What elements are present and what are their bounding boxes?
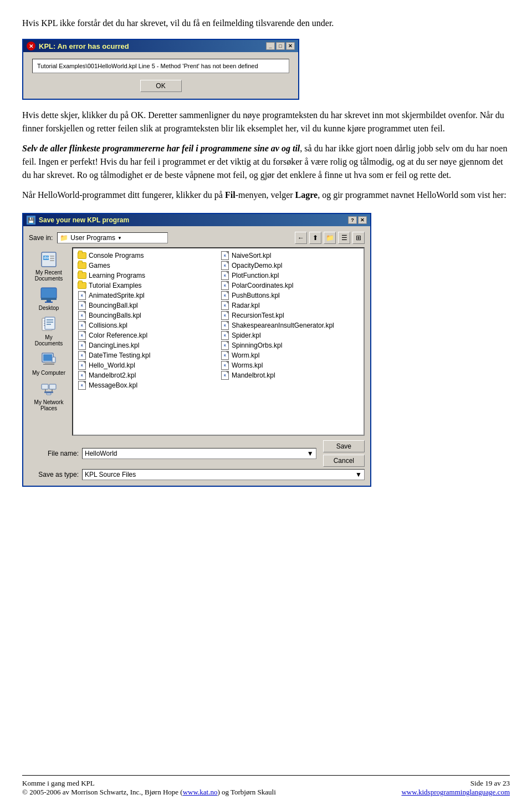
filename-input-wrapper[interactable]: HelloWorld ▼ [82,448,316,459]
svg-rect-22 [43,364,54,365]
file-opacitydemo[interactable]: K OpacityDemo.kpl [218,261,361,271]
kpl-icon: K [221,261,229,270]
save-button[interactable]: Save [323,440,365,452]
save-close-btn[interactable]: ✕ [358,216,367,224]
sidebar-item-desktop[interactable]: Desktop [31,285,66,312]
cancel-button[interactable]: Cancel [323,455,365,467]
save-dialog-icon: 💾 [27,216,35,225]
save-body: Save in: 📁 User Programs ▼ ← ⬆ 📁 ☰ ⊞ [23,226,370,486]
file-worm[interactable]: K Worm.kpl [218,350,361,360]
paragraph-1: Hvis KPL ikke forstår det du har skrevet… [22,17,510,30]
folder-icon [78,261,86,270]
save-dialog: 💾 Save your new KPL program ? ✕ Save in:… [22,213,371,487]
footer-left: Komme i gang med KPL © 2005-2006 av Morr… [22,779,276,797]
file-mandelbrot2[interactable]: K Mandelbrot2.kpl [75,370,218,380]
filename-label: File name: [29,450,79,457]
network-icon [40,380,58,398]
savetype-dropdown[interactable]: KPL Source Files ▼ [82,469,365,480]
kpl-icon: K [78,351,86,360]
savetype-row: Save as type: KPL Source Files ▼ [29,469,365,480]
sidebar-item-documents[interactable]: My Documents [31,314,66,348]
folder-icon [78,251,86,260]
kpl-icon: K [221,251,229,260]
kpl-icon: K [221,271,229,280]
save-buttons: Save Cancel [323,440,365,467]
svg-rect-6 [50,260,54,261]
paragraph-3: Selv de aller flinkeste programmererne h… [22,142,510,182]
kpl-icon: K [78,321,86,330]
kpl-icon: K [78,311,86,320]
kpl-icon: K [78,361,86,370]
computer-icon [40,351,58,369]
file-bouncingballs[interactable]: K BouncingBalls.kpl [75,310,218,320]
folder-console[interactable]: Console Programs [75,251,218,261]
error-maximize-btn[interactable]: □ [276,42,285,50]
nav-up-btn[interactable]: ⬆ [309,232,321,244]
nav-back-btn[interactable]: ← [295,232,307,244]
footer-kpl-link[interactable]: www.kidsprogramminglanguage.com [401,788,510,796]
file-animatedsprite[interactable]: K AnimatedSprite.kpl [75,291,218,300]
svg-rect-26 [49,384,56,389]
file-messagebox[interactable]: K MessageBox.kpl [75,380,218,390]
save-in-arrow: ▼ [117,236,122,241]
file-radar[interactable]: K Radar.kpl [218,300,361,310]
footer-kat-link[interactable]: www.kat.no [183,788,218,796]
kpl-icon: K [221,281,229,290]
documents-icon [40,315,58,333]
kpl-icon: K [221,351,229,360]
file-collisions[interactable]: K Collisions.kpl [75,320,218,330]
file-worms[interactable]: K Worms.kpl [218,360,361,370]
footer-copyright: © 2005-2006 av Morrison Schwartz, Inc., … [22,788,276,797]
error-minimize-btn[interactable]: _ [266,42,275,50]
file-spinningorbs[interactable]: K SpinningOrbs.kpl [218,340,361,350]
kpl-icon: K [221,311,229,320]
file-mandelbrot[interactable]: K Mandelbrot.kpl [218,370,361,380]
file-colorreference[interactable]: K Color Reference.kpl [75,330,218,340]
save-bottom: File name: HelloWorld ▼ Save Cancel Save… [29,440,365,480]
folder-naivesort[interactable]: K NaiveSort.kpl [218,251,361,261]
sidebar-item-computer[interactable]: My Computer [31,350,66,377]
file-recursiontest[interactable]: K RecursionTest.kpl [218,310,361,320]
save-main: doc My Recent Documents Desktop [29,247,365,436]
save-in-dropdown[interactable]: 📁 User Programs ▼ [57,232,168,243]
error-message: Tutorial Examples\001HelloWorld.kpl Line… [32,59,289,73]
kpl-icon: K [221,331,229,340]
save-toolbar: Save in: 📁 User Programs ▼ ← ⬆ 📁 ☰ ⊞ [29,232,365,244]
folder-games[interactable]: Games [75,261,218,271]
folder-learning[interactable]: Learning Programs [75,271,218,281]
view-toggle-btn[interactable]: ☰ [338,232,350,244]
kpl-icon: K [78,301,86,310]
file-shakespeare[interactable]: K ShakespeareanInsultGenerator.kpl [218,320,361,330]
svg-rect-8 [41,298,57,300]
save-titlebar-left: 💾 Save your new KPL program [27,216,129,225]
file-datetime[interactable]: K DateTime Testing.kpl [75,350,218,360]
error-title: KPL: An error has ocurred [39,42,129,50]
new-folder-btn[interactable]: 📁 [324,232,336,244]
view-list-btn[interactable]: ⊞ [352,232,365,244]
save-help-btn[interactable]: ? [348,216,357,224]
svg-rect-30 [47,393,51,395]
kpl-icon: K [78,291,86,300]
kpl-icon: K [221,321,229,330]
file-spider[interactable]: K Spider.kpl [218,330,361,340]
svg-rect-28 [52,389,53,391]
error-close-btn[interactable]: ✕ [286,42,295,50]
savetype-value: KPL Source Files [85,471,136,478]
file-dancinglines[interactable]: K DancingLines.kpl [75,340,218,350]
file-helloworld[interactable]: K Hello_World.kpl [75,360,218,370]
file-bouncingball[interactable]: K BouncingBall.kpl [75,300,218,310]
file-pushbuttons[interactable]: K PushButtons.kpl [218,291,361,300]
filename-dropdown-arrow: ▼ [307,450,314,457]
file-polarcoordinates[interactable]: K PolarCoordinates.kpl [218,281,361,291]
folder-tutorial[interactable]: Tutorial Examples [75,281,218,291]
error-ok-button[interactable]: OK [140,80,182,92]
sidebar-item-network[interactable]: My Network Places [31,379,66,412]
sidebar-item-recent[interactable]: doc My Recent Documents [31,249,66,283]
file-plotfunction[interactable]: K PlotFunction.kpl [218,271,361,281]
save-title: Save your new KPL program [39,216,129,224]
save-in-label: Save in: [29,234,53,242]
save-folder-icon: 📁 [60,234,68,242]
error-dialog: ✕ KPL: An error has ocurred _ □ ✕ Tutori… [22,39,299,100]
kpl-icon: K [78,381,86,390]
svg-rect-25 [42,384,48,389]
